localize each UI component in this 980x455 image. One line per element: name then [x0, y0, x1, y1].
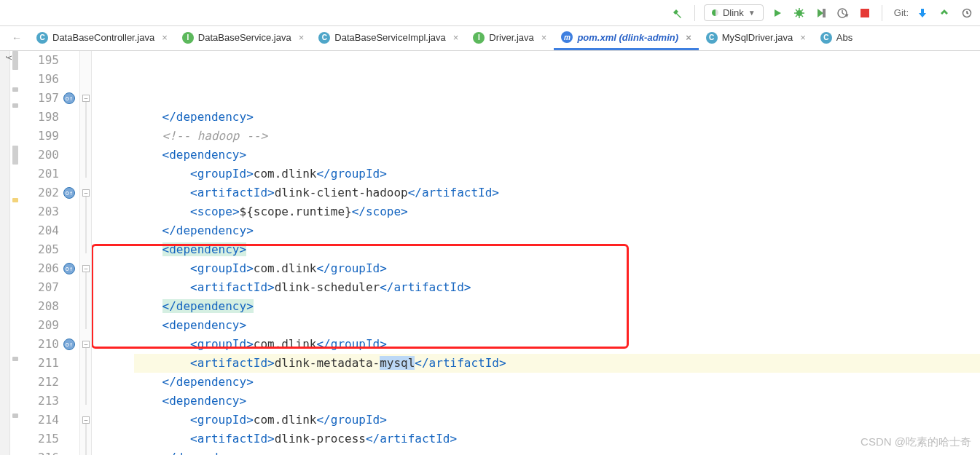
code-line-209[interactable]: </dependency> — [134, 373, 980, 392]
line-number[interactable]: 198 — [20, 108, 75, 127]
code-line-196[interactable]: <!-- hadoop --> — [134, 127, 980, 146]
line-number[interactable]: 216 — [20, 448, 75, 455]
fold-toggle[interactable]: − — [82, 95, 90, 102]
line-number[interactable]: 204 — [20, 221, 75, 240]
code-line-205[interactable]: </dependency> — [134, 297, 980, 316]
line-number[interactable]: 208 — [20, 297, 75, 316]
code-line-202[interactable]: <dependency> — [134, 240, 980, 259]
code-line-213[interactable]: </dependency> — [134, 448, 980, 455]
separator — [882, 5, 882, 21]
profiler-icon[interactable]: ▾ — [835, 5, 851, 21]
fold-toggle[interactable]: − — [82, 265, 90, 272]
close-icon[interactable]: × — [541, 32, 547, 43]
fold-strip[interactable]: −−−−− — [80, 51, 92, 455]
bean-gutter-icon[interactable]: o↑ — [63, 263, 75, 274]
fold-toggle[interactable]: − — [82, 416, 90, 424]
line-number[interactable]: 207 — [20, 278, 75, 297]
git-pull-icon[interactable] — [914, 5, 930, 21]
line-number[interactable]: 210o↑ — [20, 335, 75, 354]
code-line-195[interactable]: </dependency> — [134, 108, 980, 127]
code-area[interactable]: </dependency> <!-- hadoop --> <dependenc… — [92, 51, 980, 455]
close-icon[interactable]: × — [686, 32, 691, 43]
code-line-207[interactable]: <groupId>com.dlink</groupId> — [134, 335, 980, 354]
coverage-icon[interactable] — [813, 5, 829, 21]
watermark-text: CSDN @吃素的哈士奇 — [861, 435, 971, 449]
tab-scroll-left-icon[interactable]: ← — [12, 32, 22, 44]
modified-lines-strip — [10, 51, 20, 455]
main-toolbar: Dlink ▼ ▾ Git: — [0, 0, 980, 26]
chevron-down-icon: ▼ — [748, 9, 756, 17]
code-line-197[interactable]: <dependency> — [134, 146, 980, 165]
file-type-icon: I — [473, 32, 485, 44]
line-number[interactable]: 215 — [20, 430, 75, 448]
git-label: Git: — [894, 7, 909, 18]
line-number-gutter[interactable]: 195196197o↑198199200201202o↑203204205206… — [20, 51, 80, 455]
line-number[interactable]: 214 — [20, 411, 75, 430]
code-line-201[interactable]: </dependency> — [134, 221, 980, 240]
tab-abs[interactable]: CAbs — [813, 26, 860, 50]
close-icon[interactable]: × — [162, 32, 168, 43]
close-icon[interactable]: × — [299, 32, 305, 43]
editor-tabs: CDataBaseController.java×IDataBaseServic… — [0, 26, 980, 51]
line-number[interactable]: 199 — [20, 127, 75, 146]
tab-databasecontroller-java[interactable]: CDataBaseController.java× — [29, 26, 175, 50]
tab-driver-java[interactable]: IDriver.java× — [466, 26, 554, 50]
run-icon[interactable] — [769, 5, 785, 21]
line-number[interactable]: 202o↑ — [20, 183, 75, 202]
code-line-204[interactable]: <artifactId>dlink-scheduler</artifactId> — [134, 278, 980, 297]
bean-gutter-icon[interactable]: o↑ — [63, 187, 75, 199]
code-line-212[interactable]: <artifactId>dlink-process</artifactId> — [134, 430, 980, 448]
tab-label: pom.xml (dlink-admin) — [577, 32, 678, 43]
line-number[interactable]: 213 — [20, 392, 75, 411]
debug-icon[interactable] — [791, 5, 807, 21]
bean-gutter-icon[interactable]: o↑ — [63, 339, 75, 350]
git-history-icon[interactable] — [958, 5, 974, 21]
tab-label: DataBaseService.java — [198, 32, 291, 43]
close-icon[interactable]: × — [453, 32, 459, 43]
code-line-211[interactable]: <groupId>com.dlink</groupId> — [134, 411, 980, 430]
tab-label: Driver.java — [489, 32, 533, 43]
line-number[interactable]: 205 — [20, 240, 75, 259]
line-number[interactable]: 195 — [20, 51, 75, 70]
code-line-198[interactable]: <groupId>com.dlink</groupId> — [134, 165, 980, 183]
line-number[interactable]: 212 — [20, 373, 75, 392]
line-number[interactable]: 197o↑ — [20, 89, 75, 108]
code-line-210[interactable]: <dependency> — [134, 392, 980, 411]
build-hammer-icon[interactable] — [670, 5, 686, 21]
run-config-selector[interactable]: Dlink ▼ — [704, 4, 764, 21]
tab-databaseserviceimpl-java[interactable]: CDataBaseServiceImpl.java× — [311, 26, 466, 50]
tab-pom-xml-dlink-admin-[interactable]: mpom.xml (dlink-admin)× — [554, 26, 698, 50]
bean-gutter-icon[interactable]: o↑ — [63, 92, 75, 104]
line-number[interactable]: 206o↑ — [20, 259, 75, 278]
stop-icon[interactable] — [857, 5, 873, 21]
tab-databaseservice-java[interactable]: IDataBaseService.java× — [175, 26, 312, 50]
line-number[interactable]: 200 — [20, 146, 75, 165]
line-number[interactable]: 196 — [20, 70, 75, 89]
file-type-icon: C — [706, 32, 718, 44]
line-number[interactable]: 201 — [20, 165, 75, 183]
svg-rect-2 — [861, 9, 869, 17]
close-icon[interactable]: × — [800, 32, 806, 43]
tab-label: Abs — [836, 32, 852, 43]
code-line-203[interactable]: <groupId>com.dlink</groupId> — [134, 259, 980, 278]
line-number[interactable]: 209 — [20, 316, 75, 335]
line-number[interactable]: 203 — [20, 202, 75, 221]
file-type-icon: C — [318, 32, 330, 44]
editor: y 195196197o↑198199200201202o↑2032042052… — [0, 51, 980, 455]
file-type-icon: C — [820, 32, 832, 44]
tab-label: MySqlDriver.java — [722, 32, 793, 43]
code-line-199[interactable]: <artifactId>dlink-client-hadoop</artifac… — [134, 183, 980, 202]
line-number[interactable]: 211 — [20, 354, 75, 373]
code-line-200[interactable]: <scope>${scope.runtime}</scope> — [134, 202, 980, 221]
tab-label: DataBaseServiceImpl.java — [334, 32, 445, 43]
fold-toggle[interactable]: − — [82, 341, 90, 348]
run-config-label: Dlink — [723, 7, 744, 18]
tab-mysqldriver-java[interactable]: CMySqlDriver.java× — [699, 26, 813, 50]
separator — [694, 5, 695, 21]
tab-label: DataBaseController.java — [52, 32, 154, 43]
git-commit-icon[interactable] — [936, 5, 952, 21]
tool-window-rail[interactable]: y — [0, 51, 10, 455]
fold-toggle[interactable]: − — [82, 189, 90, 197]
code-line-206[interactable]: <dependency> — [134, 316, 980, 335]
code-line-208[interactable]: <artifactId>dlink-metadata-mysql</artifa… — [134, 354, 980, 373]
